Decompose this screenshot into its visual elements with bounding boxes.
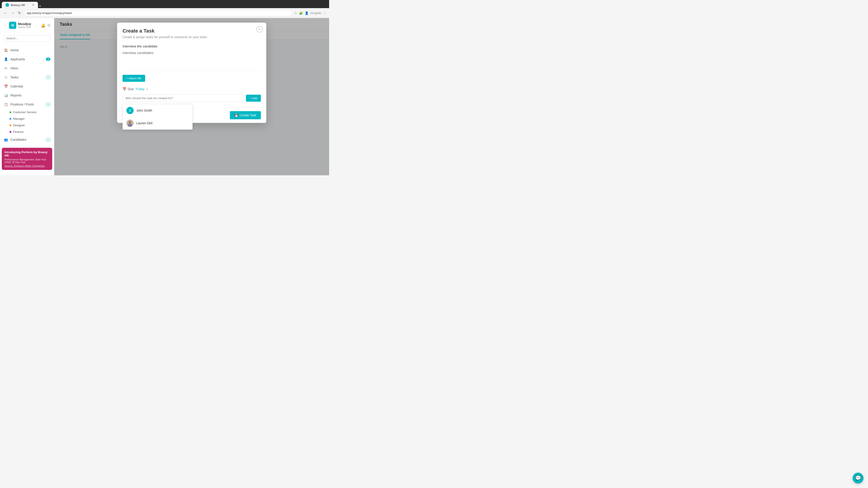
lauren-name: Lauren Deli <box>136 121 153 125</box>
calendar-due-icon: 📅 <box>123 87 126 91</box>
customer-service-label: Customer Service <box>13 110 36 114</box>
task-spacer <box>123 55 261 68</box>
sidebar-item-applicants[interactable]: 👤 Applicants 4 <box>0 55 54 64</box>
tasks-label: Tasks <box>10 75 43 79</box>
applicants-label: Applicants <box>10 57 43 61</box>
task-description-text: Interview candidates <box>123 51 261 55</box>
extensions-icon[interactable]: 🧩 <box>299 11 303 15</box>
address-actions: ☆ 🧩 👤 Incognito ⋮ <box>294 11 327 15</box>
designer-dot <box>9 125 11 126</box>
tasks-icon: ☑ <box>4 75 8 79</box>
url-bar[interactable]: app.breezy.hr/app/c/moodjoy/tasks <box>24 10 292 16</box>
promo-title: Introducing Perform by Breezy HR <box>4 151 50 157</box>
promo-subtitle: Performance Management. Start Your FREE … <box>4 158 50 164</box>
dropdown-item-john[interactable]: J John Smith <box>123 104 192 117</box>
sidebar-item-inbox[interactable]: ✉ Inbox <box>0 64 54 73</box>
dropdown-item-lauren[interactable]: Lauren Deli <box>123 117 192 129</box>
create-task-btn[interactable]: 💾 Create Task <box>230 111 261 119</box>
sidebar-header-icons: 🔔 ⚙ <box>41 23 51 28</box>
modal-title: Create a Task <box>123 28 261 34</box>
sidebar-item-calendar[interactable]: 📅 Calendar <box>0 82 54 91</box>
task-title-text: Interview the candidate <box>123 44 261 48</box>
candidates-icon: 👥 <box>4 137 8 142</box>
subnav-finance[interactable]: Finance <box>9 129 54 135</box>
modal-close-btn[interactable]: × <box>256 26 263 33</box>
forward-btn[interactable]: → <box>10 10 16 16</box>
tab-favicon <box>5 3 9 7</box>
subnav-manager[interactable]: Manager <box>9 116 54 122</box>
url-text: app.breezy.hr/app/c/moodjoy/tasks <box>27 11 72 15</box>
assign-row: + Add J John Smith <box>123 93 261 104</box>
manager-label: Manager <box>13 117 25 121</box>
calendar-label: Calendar <box>10 85 51 88</box>
sidebar-item-positions[interactable]: 📋 Positions / Pools + <box>0 100 54 109</box>
sidebar: ← M Moodjoy Lauren Deli 🔔 ⚙ 🏠 Home 👤 App… <box>0 18 54 175</box>
active-tab[interactable]: Breezy HR ✕ <box>2 2 38 8</box>
tab-bar: Breezy HR ✕ + <box>0 0 329 8</box>
tab-close-btn[interactable]: ✕ <box>32 3 34 6</box>
reports-icon: 📊 <box>4 93 8 98</box>
home-icon: 🏠 <box>4 48 8 53</box>
sidebar-search-container <box>0 33 54 44</box>
candidates-label: Candidates <box>10 138 43 141</box>
subnav-customer-service[interactable]: Customer Service <box>9 109 54 116</box>
positions-label: Positions / Pools <box>10 103 43 106</box>
bookmark-icon[interactable]: ☆ <box>294 11 297 15</box>
calendar-icon: 📅 <box>4 84 8 89</box>
sidebar-back-btn[interactable]: ← <box>4 23 7 27</box>
sidebar-search-input[interactable] <box>4 35 51 41</box>
finance-dot <box>9 131 11 133</box>
sidebar-navigation: 🏠 Home 👤 Applicants 4 ✉ Inbox ☑ Tasks + … <box>0 44 54 146</box>
app-layout: ← M Moodjoy Lauren Deli 🔔 ⚙ 🏠 Home 👤 App… <box>0 18 329 175</box>
lauren-avatar-img <box>126 120 133 127</box>
positions-icon: 📋 <box>4 102 8 107</box>
applicants-icon: 👤 <box>4 57 8 61</box>
assignee-dropdown: J John Smith <box>123 104 193 130</box>
candidates-badge: + <box>46 138 51 141</box>
sidebar-item-reports[interactable]: 📊 Reports <box>0 91 54 100</box>
due-date-row[interactable]: 📅 Due: Friday ▼ <box>123 86 261 93</box>
modal-subtitle: Create & assign tasks for yourself or so… <box>123 35 261 39</box>
subnav-designer[interactable]: Designer <box>9 122 54 129</box>
sidebar-item-tasks[interactable]: ☑ Tasks + <box>0 73 54 82</box>
promo-link[interactable]: Source, Onboard, Better Companies <box>4 164 50 167</box>
due-label: Due: <box>128 87 134 91</box>
modal-overlay: Create a Task Create & assign tasks for … <box>54 18 329 175</box>
sidebar-item-candidates[interactable]: 👥 Candidates + <box>0 135 54 144</box>
sidebar-item-home[interactable]: 🏠 Home <box>0 46 54 55</box>
sidebar-promo[interactable]: Introducing Perform by Breezy HR Perform… <box>2 148 52 170</box>
due-day: Friday <box>136 87 145 91</box>
john-avatar: J <box>126 107 133 114</box>
attach-section: + Attach file <box>123 71 261 86</box>
tab-label: Breezy HR <box>11 3 25 7</box>
modal-body: Interview the candidate Interview candid… <box>117 41 266 107</box>
task-text-area[interactable]: Interview the candidate Interview candid… <box>123 41 261 71</box>
menu-icon[interactable]: ⋮ <box>323 11 327 15</box>
manager-dot <box>9 118 11 120</box>
new-tab-btn[interactable]: + <box>39 4 41 8</box>
notification-icon[interactable]: 🔔 <box>41 23 45 28</box>
sidebar-username: Lauren Deli <box>18 26 31 29</box>
create-label: Create Task <box>240 113 256 117</box>
sidebar-company-info: Moodjoy Lauren Deli <box>18 22 31 29</box>
home-label: Home <box>10 48 51 52</box>
positions-badge: + <box>46 103 51 106</box>
refresh-btn[interactable]: ↻ <box>17 10 22 16</box>
add-assignee-btn[interactable]: + Add <box>246 95 261 102</box>
settings-icon[interactable]: ⚙ <box>47 23 51 28</box>
back-btn[interactable]: ← <box>3 10 8 16</box>
address-bar: ← → ↻ app.breezy.hr/app/c/moodjoy/tasks … <box>0 8 329 18</box>
tasks-badge: + <box>46 75 51 79</box>
inbox-label: Inbox <box>10 66 51 70</box>
positions-subnav: Customer Service Manager Designer Financ… <box>0 109 54 135</box>
main-content: Tasks Tasks Assigned to Me You h Create … <box>54 18 329 175</box>
assign-input[interactable] <box>123 94 244 102</box>
customer-service-dot <box>9 111 11 113</box>
john-name: John Smith <box>136 109 152 112</box>
close-icon: × <box>258 28 260 31</box>
profile-icon[interactable]: 👤 <box>305 11 309 15</box>
modal-header: Create a Task Create & assign tasks for … <box>117 23 266 41</box>
designer-label: Designer <box>13 124 25 127</box>
create-task-modal: Create a Task Create & assign tasks for … <box>117 23 266 123</box>
attach-file-btn[interactable]: + Attach file <box>123 75 145 82</box>
